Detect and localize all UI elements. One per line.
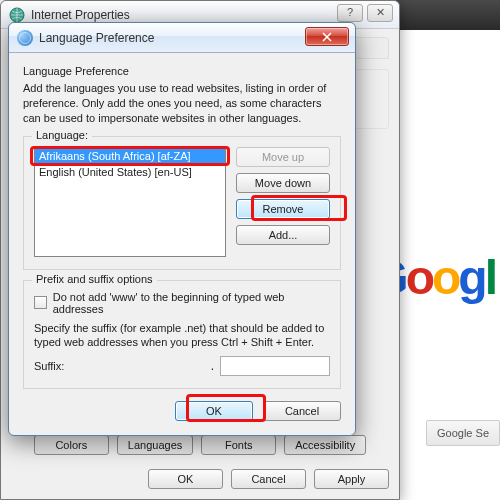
parent-bottom-buttons: Colors Languages Fonts Accessibility OK … [11, 427, 389, 489]
globe-icon [17, 30, 33, 46]
dialog-ok-button[interactable]: OK [175, 401, 253, 421]
www-checkbox[interactable] [34, 296, 47, 309]
language-fieldset: Language: Afrikaans (South Africa) [af-Z… [23, 136, 341, 270]
list-item[interactable]: English (United States) [en-US] [35, 164, 225, 180]
language-preference-dialog: Language Preference Language Preference … [8, 22, 356, 436]
remove-button[interactable]: Remove [236, 199, 330, 219]
prefix-legend: Prefix and suffix options [32, 273, 157, 285]
parent-ok-button[interactable]: OK [148, 469, 223, 489]
move-up-button: Move up [236, 147, 330, 167]
parent-apply-button[interactable]: Apply [314, 469, 389, 489]
language-legend: Language: [32, 129, 92, 141]
language-listbox[interactable]: Afrikaans (South Africa) [af-ZA] English… [34, 147, 226, 257]
accessibility-button[interactable]: Accessibility [284, 435, 366, 455]
google-search-button[interactable]: Google Se [426, 420, 500, 446]
add-button[interactable]: Add... [236, 225, 330, 245]
suffix-description: Specify the suffix (for example .net) th… [34, 321, 330, 351]
help-button[interactable]: ? [337, 4, 363, 22]
dialog-title: Language Preference [39, 31, 154, 45]
dialog-heading: Language Preference [23, 65, 341, 77]
parent-close-button[interactable]: ✕ [367, 4, 393, 22]
move-down-button[interactable]: Move down [236, 173, 330, 193]
prefix-suffix-fieldset: Prefix and suffix options Do not add 'ww… [23, 280, 341, 390]
www-checkbox-row[interactable]: Do not add 'www' to the beginning of typ… [34, 291, 330, 315]
suffix-dot: . [211, 359, 214, 373]
dialog-titlebar: Language Preference [9, 23, 355, 53]
dialog-description: Add the languages you use to read websit… [23, 81, 341, 126]
parent-cancel-button[interactable]: Cancel [231, 469, 306, 489]
dialog-close-button[interactable] [305, 27, 349, 46]
close-icon [322, 32, 332, 42]
colors-button[interactable]: Colors [34, 435, 109, 455]
internet-options-icon [9, 7, 25, 23]
suffix-input[interactable] [220, 356, 330, 376]
parent-title: Internet Properties [31, 8, 130, 22]
list-item[interactable]: Afrikaans (South Africa) [af-ZA] [35, 148, 225, 164]
www-checkbox-label: Do not add 'www' to the beginning of typ… [53, 291, 330, 315]
fonts-button[interactable]: Fonts [201, 435, 276, 455]
dialog-cancel-button[interactable]: Cancel [263, 401, 341, 421]
languages-button[interactable]: Languages [117, 435, 193, 455]
suffix-label: Suffix: [34, 360, 64, 372]
